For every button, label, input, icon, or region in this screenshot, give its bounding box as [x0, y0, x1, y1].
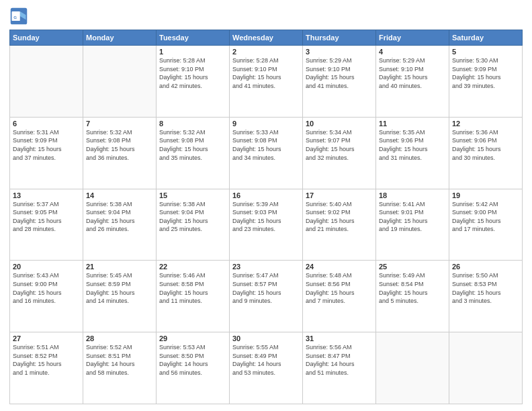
calendar-cell — [10, 46, 83, 118]
day-number: 8 — [159, 120, 226, 128]
day-info: Sunrise: 5:50 AM Sunset: 8:53 PM Dayligh… — [452, 271, 519, 305]
day-number: 27 — [13, 334, 80, 342]
calendar-cell: 18Sunrise: 5:41 AM Sunset: 9:01 PM Dayli… — [376, 189, 449, 261]
calendar-cell: 29Sunrise: 5:53 AM Sunset: 8:50 PM Dayli… — [157, 332, 230, 404]
day-number: 23 — [232, 263, 300, 271]
calendar-cell: 11Sunrise: 5:35 AM Sunset: 9:06 PM Dayli… — [376, 117, 449, 189]
day-header-sunday: Sunday — [10, 30, 83, 46]
calendar-cell: 12Sunrise: 5:36 AM Sunset: 9:06 PM Dayli… — [449, 117, 523, 189]
day-header-saturday: Saturday — [449, 30, 523, 46]
calendar-cell: 19Sunrise: 5:42 AM Sunset: 9:00 PM Dayli… — [449, 189, 523, 261]
day-number: 9 — [232, 120, 300, 128]
calendar-cell — [449, 332, 523, 404]
day-number: 18 — [379, 191, 446, 199]
day-number: 1 — [159, 48, 226, 56]
calendar-cell: 6Sunrise: 5:31 AM Sunset: 9:09 PM Daylig… — [10, 117, 83, 189]
day-info: Sunrise: 5:55 AM Sunset: 8:49 PM Dayligh… — [232, 343, 300, 377]
calendar-week-3: 13Sunrise: 5:37 AM Sunset: 9:05 PM Dayli… — [10, 189, 523, 261]
day-info: Sunrise: 5:45 AM Sunset: 8:59 PM Dayligh… — [86, 271, 153, 305]
day-number: 6 — [13, 120, 80, 128]
day-number: 7 — [86, 120, 153, 128]
day-number: 24 — [306, 263, 373, 271]
day-number: 29 — [159, 334, 226, 342]
calendar-cell: 16Sunrise: 5:39 AM Sunset: 9:03 PM Dayli… — [230, 189, 303, 261]
calendar-cell: 15Sunrise: 5:38 AM Sunset: 9:04 PM Dayli… — [157, 189, 230, 261]
day-number: 3 — [306, 48, 373, 56]
day-info: Sunrise: 5:28 AM Sunset: 9:10 PM Dayligh… — [159, 56, 226, 90]
day-info: Sunrise: 5:39 AM Sunset: 9:03 PM Dayligh… — [232, 200, 300, 234]
calendar-cell: 7Sunrise: 5:32 AM Sunset: 9:08 PM Daylig… — [83, 117, 157, 189]
day-info: Sunrise: 5:41 AM Sunset: 9:01 PM Dayligh… — [379, 200, 446, 234]
day-number: 15 — [159, 191, 226, 199]
day-info: Sunrise: 5:35 AM Sunset: 9:06 PM Dayligh… — [379, 128, 446, 162]
header: G — [9, 7, 523, 26]
day-info: Sunrise: 5:34 AM Sunset: 9:07 PM Dayligh… — [306, 128, 373, 162]
day-info: Sunrise: 5:46 AM Sunset: 8:58 PM Dayligh… — [159, 271, 226, 305]
day-info: Sunrise: 5:32 AM Sunset: 9:08 PM Dayligh… — [159, 128, 226, 162]
day-number: 19 — [452, 191, 519, 199]
calendar-cell: 28Sunrise: 5:52 AM Sunset: 8:51 PM Dayli… — [83, 332, 157, 404]
day-info: Sunrise: 5:29 AM Sunset: 9:10 PM Dayligh… — [379, 56, 446, 90]
day-number: 2 — [232, 48, 300, 56]
day-number: 21 — [86, 263, 153, 271]
calendar-cell: 3Sunrise: 5:29 AM Sunset: 9:10 PM Daylig… — [303, 46, 376, 118]
day-number: 31 — [306, 334, 373, 342]
calendar: SundayMondayTuesdayWednesdayThursdayFrid… — [9, 30, 523, 404]
calendar-cell: 21Sunrise: 5:45 AM Sunset: 8:59 PM Dayli… — [83, 261, 157, 332]
day-number: 5 — [452, 48, 519, 56]
page: G SundayMondayTuesdayWednesdayThursdayFr… — [0, 0, 532, 411]
calendar-cell: 20Sunrise: 5:43 AM Sunset: 9:00 PM Dayli… — [10, 261, 83, 332]
day-number: 16 — [232, 191, 300, 199]
calendar-cell: 10Sunrise: 5:34 AM Sunset: 9:07 PM Dayli… — [303, 117, 376, 189]
day-info: Sunrise: 5:49 AM Sunset: 8:54 PM Dayligh… — [379, 271, 446, 305]
logo: G — [9, 7, 31, 26]
day-info: Sunrise: 5:40 AM Sunset: 9:02 PM Dayligh… — [306, 200, 373, 234]
day-info: Sunrise: 5:56 AM Sunset: 8:47 PM Dayligh… — [306, 343, 373, 377]
day-number: 4 — [379, 48, 446, 56]
calendar-week-1: 1Sunrise: 5:28 AM Sunset: 9:10 PM Daylig… — [10, 46, 523, 118]
day-info: Sunrise: 5:38 AM Sunset: 9:04 PM Dayligh… — [159, 200, 226, 234]
day-info: Sunrise: 5:51 AM Sunset: 8:52 PM Dayligh… — [13, 343, 80, 377]
calendar-cell — [83, 46, 157, 118]
calendar-header-row: SundayMondayTuesdayWednesdayThursdayFrid… — [10, 30, 523, 46]
day-info: Sunrise: 5:53 AM Sunset: 8:50 PM Dayligh… — [159, 343, 226, 377]
day-info: Sunrise: 5:47 AM Sunset: 8:57 PM Dayligh… — [232, 271, 300, 305]
day-info: Sunrise: 5:31 AM Sunset: 9:09 PM Dayligh… — [13, 128, 80, 162]
day-info: Sunrise: 5:30 AM Sunset: 9:09 PM Dayligh… — [452, 56, 519, 90]
day-number: 12 — [452, 120, 519, 128]
day-number: 22 — [159, 263, 226, 271]
day-number: 11 — [379, 120, 446, 128]
day-number: 14 — [86, 191, 153, 199]
day-header-wednesday: Wednesday — [230, 30, 303, 46]
day-header-monday: Monday — [83, 30, 157, 46]
calendar-cell: 31Sunrise: 5:56 AM Sunset: 8:47 PM Dayli… — [303, 332, 376, 404]
calendar-cell: 4Sunrise: 5:29 AM Sunset: 9:10 PM Daylig… — [376, 46, 449, 118]
day-info: Sunrise: 5:38 AM Sunset: 9:04 PM Dayligh… — [86, 200, 153, 234]
calendar-cell: 8Sunrise: 5:32 AM Sunset: 9:08 PM Daylig… — [157, 117, 230, 189]
day-header-thursday: Thursday — [303, 30, 376, 46]
calendar-cell: 2Sunrise: 5:28 AM Sunset: 9:10 PM Daylig… — [230, 46, 303, 118]
day-info: Sunrise: 5:36 AM Sunset: 9:06 PM Dayligh… — [452, 128, 519, 162]
calendar-cell: 26Sunrise: 5:50 AM Sunset: 8:53 PM Dayli… — [449, 261, 523, 332]
day-number: 30 — [232, 334, 300, 342]
logo-icon: G — [9, 7, 28, 26]
calendar-cell — [376, 332, 449, 404]
day-info: Sunrise: 5:43 AM Sunset: 9:00 PM Dayligh… — [13, 271, 80, 305]
calendar-cell: 30Sunrise: 5:55 AM Sunset: 8:49 PM Dayli… — [230, 332, 303, 404]
calendar-cell: 13Sunrise: 5:37 AM Sunset: 9:05 PM Dayli… — [10, 189, 83, 261]
day-number: 13 — [13, 191, 80, 199]
day-number: 20 — [13, 263, 80, 271]
day-info: Sunrise: 5:33 AM Sunset: 9:08 PM Dayligh… — [232, 128, 300, 162]
day-info: Sunrise: 5:48 AM Sunset: 8:56 PM Dayligh… — [306, 271, 373, 305]
day-info: Sunrise: 5:32 AM Sunset: 9:08 PM Dayligh… — [86, 128, 153, 162]
day-number: 10 — [306, 120, 373, 128]
day-header-tuesday: Tuesday — [157, 30, 230, 46]
calendar-cell: 22Sunrise: 5:46 AM Sunset: 8:58 PM Dayli… — [157, 261, 230, 332]
day-info: Sunrise: 5:29 AM Sunset: 9:10 PM Dayligh… — [306, 56, 373, 90]
day-number: 25 — [379, 263, 446, 271]
calendar-cell: 14Sunrise: 5:38 AM Sunset: 9:04 PM Dayli… — [83, 189, 157, 261]
calendar-cell: 9Sunrise: 5:33 AM Sunset: 9:08 PM Daylig… — [230, 117, 303, 189]
calendar-week-2: 6Sunrise: 5:31 AM Sunset: 9:09 PM Daylig… — [10, 117, 523, 189]
day-number: 28 — [86, 334, 153, 342]
calendar-week-4: 20Sunrise: 5:43 AM Sunset: 9:00 PM Dayli… — [10, 261, 523, 332]
